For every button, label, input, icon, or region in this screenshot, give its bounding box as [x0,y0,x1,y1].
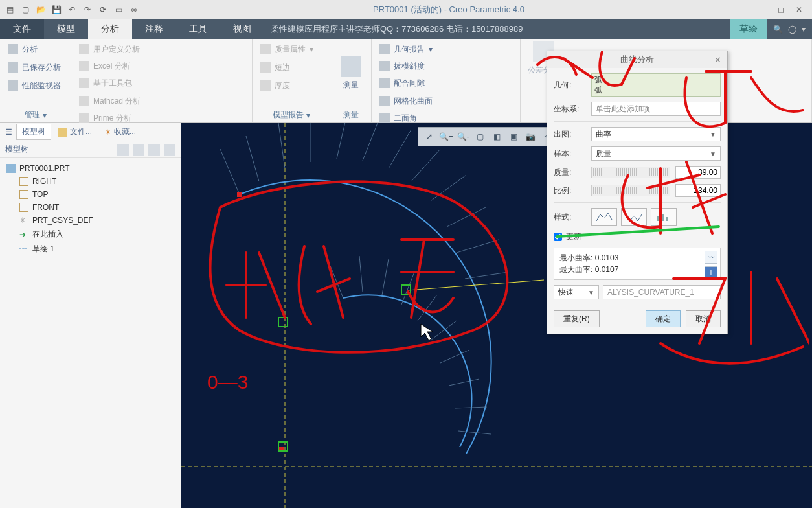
tree-btn-1[interactable] [117,144,129,156]
tab-tools[interactable]: 工具 [176,19,220,39]
maximize-icon[interactable]: ◻ [774,3,787,16]
scale-slider[interactable] [591,185,670,196]
cancel-button[interactable]: 取消 [686,310,721,327]
svg-text:0—3: 0—3 [207,371,248,393]
tab-annotate[interactable]: 注释 [132,19,176,39]
csys-input[interactable]: 单击此处添加项 [591,102,721,116]
display-style-icon[interactable]: ◧ [490,130,504,144]
tab-sketch[interactable]: 草绘 [730,19,767,39]
curve-analysis-dialog: 曲线分析 ✕ 几何: 弧 弧 坐标系: 单击此处添加项 出图: 曲率▼ 样本: … [547,51,728,334]
tree-item-insert[interactable]: ➔在此插入 [3,227,178,242]
result-min: 最小曲率: 0.0103 [559,252,715,264]
cmd-user-defined[interactable]: 用户定义分析 [76,41,247,57]
svg-rect-34 [666,217,668,221]
tree-list: PRT0001.PRT RIGHT TOP FRONT ✳PRT_CSYS_DE… [0,158,181,260]
tree-item-top[interactable]: TOP [3,188,178,201]
app-menu-icon[interactable]: ▤ [3,3,17,17]
scale-label: 比例: [554,185,586,196]
tab-model[interactable]: 模型 [44,19,88,39]
cmd-mass[interactable]: 质量属性 ▾ [258,41,324,57]
tree-item-sketch[interactable]: 〰草绘 1 [3,242,178,257]
tree-tab-fav[interactable]: ✴收藏... [99,124,142,140]
cmd-clearance[interactable]: 配合间隙 [377,75,515,91]
tree-item-front[interactable]: FRONT [3,201,178,214]
cmd-mesh[interactable]: 网格化曲面 [377,93,515,109]
update-checkbox-row[interactable]: 更新 [554,231,721,242]
tree-tab-model[interactable]: 模型树 [16,124,51,140]
tree-item-csys[interactable]: ✳PRT_CSYS_DEF [3,214,178,227]
geom-listbox[interactable]: 弧 弧 [591,73,721,97]
style-btn-1[interactable] [591,208,617,226]
plot-select[interactable]: 曲率▼ [591,127,721,141]
zoom-out-icon[interactable]: 🔍- [456,130,470,144]
options-icon[interactable]: ▾ [802,25,806,34]
group-label-report: 模型报告 ▾ [253,108,330,122]
cmd-excel[interactable]: Excel 分析 [76,58,247,74]
minimize-icon[interactable]: — [756,3,769,16]
datum-icon [19,203,28,212]
mode-select[interactable]: 快速▼ [554,285,599,299]
windows-icon[interactable]: ▭ [111,3,126,17]
redo-icon[interactable]: ↷ [80,3,95,17]
svg-line-8 [389,130,411,168]
analysis-name-input[interactable]: ALYSIS_CURVATURE_1 [603,285,721,299]
group-label-manage: 管理 ▾ [0,108,71,122]
close-icon[interactable]: ✕ [793,3,806,16]
repeat-button[interactable]: 重复(R) [554,310,600,327]
cmd-toolkit[interactable]: 基于工具包 [76,75,247,91]
model-tree-panel: ☰ 模型树 文件... ✴收藏... 模型树 PRT0001.PRT RIGHT… [0,123,181,508]
ok-button[interactable]: 确定 [646,310,681,327]
cmd-analysis[interactable]: 分析 [5,41,65,57]
dialog-close-icon[interactable]: ✕ [712,54,723,65]
cmd-short-edge[interactable]: 短边 [258,60,324,75]
quick-access-toolbar: ▤ ▢ 📂 💾 ↶ ↷ ⟳ ▭ ∞ [3,3,141,17]
tree-item-right[interactable]: RIGHT [3,175,178,188]
quality-slider[interactable] [591,167,670,178]
tab-file[interactable]: 文件 [0,19,44,39]
save-icon[interactable]: 💾 [49,3,63,17]
tree-btn-2[interactable] [133,144,144,156]
tree-btn-4[interactable] [164,144,175,156]
open-icon[interactable]: 📂 [34,3,48,17]
close-window-icon[interactable]: ∞ [127,3,141,17]
info-text: 柔性建模应用程序主讲李老师QQ：773606286 电话：15017888989 [264,19,730,39]
cmd-thickness[interactable]: 厚度 [258,78,324,93]
tree-root[interactable]: PRT0001.PRT [3,162,178,175]
svg-line-13 [465,272,508,279]
undo-icon[interactable]: ↶ [65,3,79,17]
cmd-perf-monitor[interactable]: 性能监视器 [5,78,65,93]
style-btn-3[interactable] [651,208,677,226]
cmd-geom-report[interactable]: 几何报告 ▾ [377,41,515,57]
ribbon-group-custom: 用户定义分析 Excel 分析 基于工具包 Mathcad 分析 Prime 分… [71,39,253,122]
info-icon[interactable]: i [705,266,717,279]
star-icon: ✴ [105,128,111,137]
new-icon[interactable]: ▢ [18,3,32,17]
zoom-fit-icon[interactable]: ⤢ [422,130,436,144]
tab-analysis[interactable]: 分析 [88,19,132,39]
cmd-draft[interactable]: 拔模斜度 [377,58,515,74]
style-btn-2[interactable] [621,208,647,226]
svg-rect-25 [237,192,242,197]
svg-rect-27 [278,318,288,327]
cmd-mathcad[interactable]: Mathcad 分析 [76,93,247,109]
sample-select[interactable]: 质量▼ [591,146,721,161]
help-icon[interactable]: ◯ [788,25,796,34]
saved-view-icon[interactable]: ▣ [506,130,521,144]
ribbon-group-measure: 测量 测量 [330,39,372,122]
quality-value[interactable]: 39.00 [675,166,721,179]
search-icon[interactable]: 🔍 [773,25,783,34]
graph-icon[interactable]: 〰 [705,251,717,264]
tree-btn-3[interactable] [148,144,160,156]
regen-icon[interactable]: ⟳ [96,3,110,17]
camera-icon[interactable]: 📷 [523,130,537,144]
cmd-measure[interactable]: 测量 [333,56,368,91]
ribbon-group-manage: 分析 已保存分析 性能监视器 管理 ▾ [0,39,71,122]
update-checkbox[interactable] [554,233,562,241]
svg-line-21 [449,379,479,386]
zoom-in-icon[interactable]: 🔍+ [439,130,453,144]
tab-view[interactable]: 视图 [220,19,264,39]
tree-tab-files[interactable]: 文件... [52,124,98,140]
cmd-saved-analysis[interactable]: 已保存分析 [5,60,65,75]
scale-value[interactable]: 234.00 [675,184,721,197]
repaint-icon[interactable]: ▢ [473,130,487,144]
